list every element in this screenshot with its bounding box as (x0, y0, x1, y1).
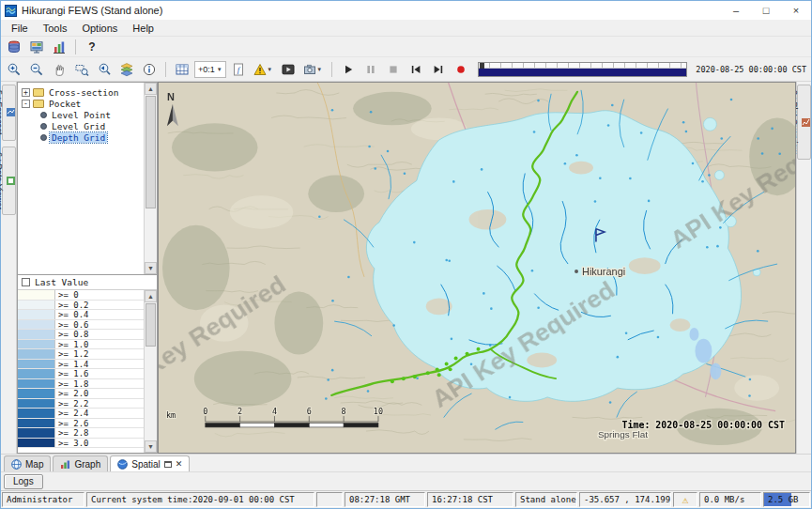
timeline-track[interactable] (479, 63, 687, 69)
tab-data-viewer-label: 6 : Data Viewer (0, 152, 4, 209)
grid-icon[interactable] (172, 60, 192, 79)
status-warning[interactable]: ⚠ (673, 492, 697, 507)
tree-item-pocket[interactable]: - Pocket (22, 98, 142, 109)
step-back-button[interactable] (406, 60, 426, 79)
legend-row[interactable]: >= 1.2 (18, 349, 144, 360)
zoom-box-icon[interactable] (71, 60, 92, 79)
scrollbar-thumb[interactable] (146, 96, 156, 208)
menu-file[interactable]: File (4, 22, 36, 35)
legend-label: >= 0.8 (55, 330, 89, 339)
map-canvas[interactable]: API Key Required API Key Required API Ke… (159, 83, 795, 453)
database-icon[interactable] (4, 38, 24, 56)
legend-row[interactable]: >= 2.8 (18, 428, 144, 439)
tree-item-level-point[interactable]: Level Point (40, 109, 142, 120)
legend-row[interactable]: >= 0.4 (18, 310, 144, 320)
record-button[interactable] (451, 60, 471, 79)
legend-row[interactable]: >= 2.6 (18, 419, 144, 429)
chart-icon[interactable] (49, 38, 69, 56)
menu-help[interactable]: Help (125, 22, 161, 35)
bottom-tab-bar: Map Graph Spatial ✕ (1, 454, 811, 471)
timestep-selector[interactable]: +0:1 ▼ (194, 61, 226, 78)
scale-icon[interactable]: f (228, 60, 249, 79)
collapse-icon[interactable]: - (22, 100, 30, 108)
last-value-checkbox[interactable] (22, 278, 30, 286)
tab-spatial[interactable]: Spatial ✕ (110, 455, 190, 471)
timeline-handle[interactable] (480, 63, 484, 69)
tab-map[interactable]: Map (4, 455, 51, 471)
menu-tools[interactable]: Tools (36, 22, 75, 35)
tree-item-depth-grid[interactable]: Depth Grid (40, 131, 142, 143)
scroll-down-icon[interactable]: ▼ (145, 440, 157, 453)
step-forward-button[interactable] (428, 60, 449, 79)
maximize-button[interactable]: □ (751, 1, 781, 20)
legend-row[interactable]: >= 1.4 (18, 360, 144, 370)
zoom-out-icon[interactable] (26, 60, 47, 79)
legend-label: >= 2.0 (55, 389, 89, 398)
expand-icon[interactable]: + (22, 88, 30, 97)
legend-scrollbar[interactable]: ▲ ▼ (144, 290, 157, 453)
legend-row[interactable]: >= 0.8 (18, 330, 144, 340)
app-icon (5, 5, 17, 17)
legend-swatch (18, 399, 55, 409)
layers-icon[interactable] (116, 60, 137, 79)
tab-forecast[interactable]: 5 : Forecast (2, 85, 16, 141)
menu-bar: File Tools Options Help (1, 20, 811, 37)
folder-icon (33, 100, 44, 108)
legend-row[interactable]: >= 1.6 (18, 369, 144, 379)
status-memory: 2.5 GB (763, 492, 810, 507)
legend-row[interactable]: >= 0 (18, 290, 144, 301)
scroll-up-icon[interactable]: ▲ (145, 290, 157, 302)
legend-row[interactable]: >= 1.8 (18, 379, 144, 390)
tab-data-viewer[interactable]: 6 : Data Viewer (2, 147, 16, 215)
menu-options[interactable]: Options (74, 22, 125, 35)
legend-row[interactable]: >= 3.0 (18, 439, 144, 449)
scrollbar-thumb[interactable] (146, 303, 156, 347)
tree-item-level-grid[interactable]: Level Grid (40, 120, 142, 131)
legend-label: >= 1.6 (55, 369, 89, 378)
legend-label: >= 3.0 (55, 439, 89, 448)
chevron-down-icon: ▼ (217, 67, 222, 72)
stop-button[interactable] (383, 60, 404, 79)
last-value-option[interactable]: Last Value (18, 275, 157, 290)
svg-text:6: 6 (307, 407, 312, 416)
tree-scrollbar[interactable]: ▲ ▼ (144, 83, 157, 274)
legend-swatch (18, 379, 55, 389)
title-bar: Hikurangi FEWS (Stand alone) – □ × (1, 1, 811, 20)
svg-text:km: km (166, 410, 176, 420)
zoom-previous-icon[interactable] (94, 60, 115, 79)
town-dot (575, 270, 578, 273)
close-tab-icon[interactable]: ✕ (176, 460, 183, 469)
tab-graph[interactable]: Graph (53, 455, 108, 471)
legend-swatch (18, 409, 55, 418)
logs-button[interactable]: Logs (4, 474, 43, 489)
float-panel-icon[interactable] (164, 461, 172, 468)
map-display-icon[interactable] (26, 38, 47, 56)
pause-button[interactable] (360, 60, 381, 79)
tree-item-cross-section[interactable]: + Cross-section (22, 86, 142, 98)
map-view[interactable]: API Key Required API Key Required API Ke… (158, 82, 796, 454)
info-icon[interactable] (139, 60, 160, 79)
legend-row[interactable]: >= 2.0 (18, 389, 144, 399)
zoom-in-icon[interactable] (4, 60, 24, 79)
globe-icon (11, 459, 22, 470)
data-viewer-tab-icon (7, 177, 15, 185)
snapshot-dropdown[interactable]: ▼ (300, 60, 326, 79)
scroll-down-icon[interactable]: ▼ (145, 262, 157, 274)
tab-plot-overview[interactable]: 3 : Plot Overview (797, 85, 811, 160)
scroll-up-icon[interactable]: ▲ (145, 83, 157, 95)
legend-row[interactable]: >= 2.2 (18, 399, 144, 409)
timeline-slider[interactable] (478, 62, 688, 77)
warning-dropdown[interactable]: ▼ (251, 60, 276, 79)
play-button[interactable] (338, 60, 359, 79)
timeline-range-bar[interactable] (479, 69, 687, 76)
legend-row[interactable]: >= 1.0 (18, 340, 144, 350)
legend-row[interactable]: >= 2.4 (18, 409, 144, 419)
legend-row[interactable]: >= 0.2 (18, 301, 144, 311)
close-button[interactable]: × (781, 1, 811, 20)
tab-map-label: Map (25, 459, 43, 470)
legend-row[interactable]: >= 0.6 (18, 320, 144, 331)
pan-hand-icon[interactable] (49, 60, 69, 79)
help-icon[interactable]: ? (82, 38, 102, 56)
animation-icon[interactable] (278, 60, 299, 79)
minimize-button[interactable]: – (721, 1, 751, 20)
